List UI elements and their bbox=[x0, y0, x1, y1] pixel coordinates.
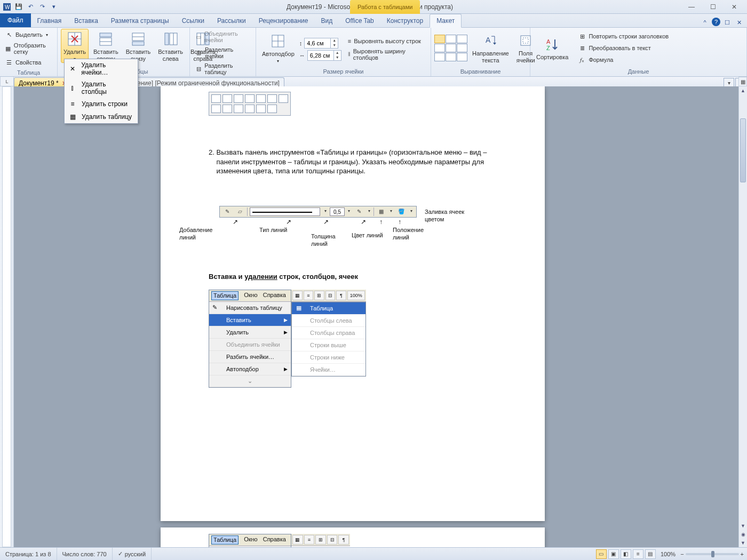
close-button[interactable]: ✕ bbox=[727, 2, 742, 12]
quick-access-toolbar: W 💾 ↶ ↷ ▾ bbox=[0, 2, 61, 12]
svg-text:Z: Z bbox=[546, 45, 550, 51]
paragraph-text: Вызвать панель инструментов «Таблицы и г… bbox=[216, 148, 499, 176]
select-button[interactable]: ↖Выделить▾ bbox=[3, 29, 54, 41]
qat-customize-icon[interactable]: ▾ bbox=[49, 2, 59, 12]
col-width-input[interactable]: ▲▼ bbox=[307, 50, 341, 61]
fill-icon: 🪣 bbox=[395, 207, 407, 217]
repeat-header-icon: ⊞ bbox=[578, 32, 586, 41]
repeat-header-button[interactable]: ⊞Повторить строки заголовков bbox=[576, 30, 670, 42]
tab-view[interactable]: Вид bbox=[314, 14, 339, 27]
zoom-in-button[interactable]: + bbox=[741, 551, 744, 557]
document-canvas: 2. Вызвать панель инструментов «Таблицы … bbox=[14, 86, 738, 547]
autofit-icon bbox=[269, 33, 287, 50]
gridlines-button[interactable]: ▦Отобразить сетку bbox=[3, 41, 54, 57]
group-merge: ▭Объединить ячейки ⊞Разделить ячейки ⊟Ра… bbox=[190, 28, 256, 76]
minimize-ribbon-icon[interactable]: ^ bbox=[700, 18, 710, 27]
prev-page-icon[interactable]: ◉ bbox=[739, 530, 747, 539]
annot-add: Добавление линий bbox=[179, 226, 222, 242]
print-layout-view[interactable]: ▭ bbox=[596, 549, 607, 559]
line-size-box: 0,5 bbox=[330, 207, 345, 216]
sort-button[interactable]: AZСортировка bbox=[534, 34, 571, 62]
file-tab[interactable]: Файл bbox=[0, 13, 31, 27]
convert-text-button[interactable]: ≣Преобразовать в текст bbox=[576, 42, 670, 54]
svg-rect-12 bbox=[132, 42, 144, 45]
distribute-cols-button[interactable]: ⦀Выровнять ширину столбцов bbox=[347, 47, 427, 62]
line-color-icon: ✎ bbox=[353, 207, 365, 217]
borders-icon: ▦ bbox=[375, 207, 387, 217]
delete-columns-item[interactable]: ⫿Удалить столбцы bbox=[65, 78, 138, 98]
web-view[interactable]: ◧ bbox=[621, 549, 631, 559]
group-data: AZСортировка ⊞Повторить строки заголовко… bbox=[530, 28, 747, 76]
autofit-button[interactable]: Автоподбор▾ bbox=[259, 31, 297, 65]
draft-view[interactable]: ▤ bbox=[645, 549, 656, 559]
redo-icon[interactable]: ↷ bbox=[37, 2, 47, 12]
distribute-rows-button[interactable]: ≡Выровнять высоту строк bbox=[347, 37, 427, 45]
tab-mailings[interactable]: Рассылки bbox=[211, 14, 252, 27]
ruler-toggle-icon[interactable]: ▦ bbox=[738, 77, 747, 86]
split-table-button[interactable]: ⊟Разделить таблицу bbox=[193, 61, 252, 77]
delete-rows-item[interactable]: ≡Удалить строки bbox=[65, 98, 138, 110]
svg-rect-15 bbox=[165, 33, 169, 45]
vertical-ruler[interactable] bbox=[0, 86, 14, 547]
tab-officetab[interactable]: Office Tab bbox=[339, 14, 380, 27]
zoom-out-button[interactable]: − bbox=[680, 551, 684, 557]
alignment-grid[interactable] bbox=[434, 35, 467, 61]
tab-insert[interactable]: Вставка bbox=[68, 14, 105, 27]
status-words[interactable]: Число слов: 770 bbox=[57, 548, 113, 560]
delete-table-item[interactable]: ▦Удалить таблицу bbox=[65, 110, 138, 123]
svg-text:A: A bbox=[486, 36, 491, 44]
embedded-menu-2: ТаблицаОкноСправка ✎Нарисовать таблицу В… bbox=[209, 534, 291, 547]
section-heading: Вставка и удалении строк, столбцов, ячее… bbox=[209, 272, 513, 282]
cursor-icon: ↖ bbox=[5, 30, 13, 39]
outline-view[interactable]: ≡ bbox=[633, 549, 643, 559]
insert-below-icon bbox=[130, 30, 147, 47]
convert-icon: ≣ bbox=[578, 44, 586, 52]
fullscreen-view[interactable]: ▣ bbox=[608, 549, 619, 559]
status-bar: Страница: 1 из 8 Число слов: 770 ✓русски… bbox=[0, 547, 747, 560]
sort-icon: AZ bbox=[544, 36, 561, 53]
undo-icon[interactable]: ↶ bbox=[26, 2, 35, 12]
document-content[interactable]: 2. Вызвать панель инструментов «Таблицы … bbox=[209, 92, 513, 386]
scrollbar-thumb[interactable] bbox=[740, 118, 746, 182]
svg-text:A: A bbox=[546, 38, 551, 45]
split-cells-button[interactable]: ⊞Разделить ячейки bbox=[193, 45, 252, 61]
ribbon-close-icon[interactable]: ✕ bbox=[734, 18, 744, 27]
zoom-slider[interactable] bbox=[686, 553, 739, 555]
next-page-icon[interactable]: ▼ bbox=[739, 539, 747, 547]
ribbon-tabs: Работа с таблицами Файл Главная Вставка … bbox=[0, 14, 747, 28]
ruler-corner[interactable]: L bbox=[0, 77, 14, 86]
annot-type: Тип линий bbox=[259, 226, 287, 234]
delete-table-menu-icon: ▦ bbox=[68, 113, 77, 121]
tab-home[interactable]: Главная bbox=[31, 14, 68, 27]
zoom-level[interactable]: 100% bbox=[661, 551, 676, 557]
help-icon[interactable]: ? bbox=[712, 18, 720, 26]
vertical-scrollbar[interactable]: ▲ ▼ ◉ ▼ bbox=[738, 86, 747, 547]
tab-layout[interactable]: Разметка страницы bbox=[105, 14, 176, 27]
dist-rows-icon: ≡ bbox=[348, 38, 351, 44]
formula-button[interactable]: 𝑓ₓФормула bbox=[576, 54, 670, 66]
maximize-button[interactable]: ☐ bbox=[705, 2, 720, 12]
annot-pos: Положение линий bbox=[393, 226, 430, 242]
delete-rows-icon: ≡ bbox=[68, 100, 77, 108]
minimize-button[interactable]: — bbox=[684, 2, 699, 12]
status-page[interactable]: Страница: 1 из 8 bbox=[0, 548, 57, 560]
tab-references[interactable]: Ссылки bbox=[176, 14, 211, 27]
ribbon-restore-icon[interactable]: ☐ bbox=[722, 18, 732, 27]
tab-design[interactable]: Конструктор bbox=[380, 14, 430, 27]
delete-dropdown: ✕Удалить ячейки… ⫿Удалить столбцы ≡Удали… bbox=[64, 59, 138, 124]
delete-cells-item[interactable]: ✕Удалить ячейки… bbox=[65, 59, 138, 78]
save-icon[interactable]: 💾 bbox=[14, 2, 23, 12]
line-style-box bbox=[250, 207, 320, 216]
scroll-down-icon[interactable]: ▼ bbox=[739, 522, 747, 530]
text-direction-button[interactable]: AНаправление текста bbox=[470, 30, 512, 65]
row-height-input[interactable]: ▲▼ bbox=[304, 38, 338, 49]
tab-review[interactable]: Рецензирование bbox=[252, 14, 315, 27]
tab-tablelayout[interactable]: Макет bbox=[430, 14, 462, 28]
insert-left-button[interactable]: Вставить слева bbox=[155, 29, 186, 63]
properties-button[interactable]: ☰Свойства bbox=[3, 57, 54, 68]
text-direction-icon: A bbox=[482, 32, 499, 49]
delete-button[interactable]: Удалить ▾ bbox=[61, 29, 89, 63]
col-width-icon: ↔ bbox=[299, 52, 305, 59]
scroll-up-icon[interactable]: ▲ bbox=[739, 86, 747, 95]
status-lang[interactable]: ✓русский bbox=[113, 548, 152, 560]
